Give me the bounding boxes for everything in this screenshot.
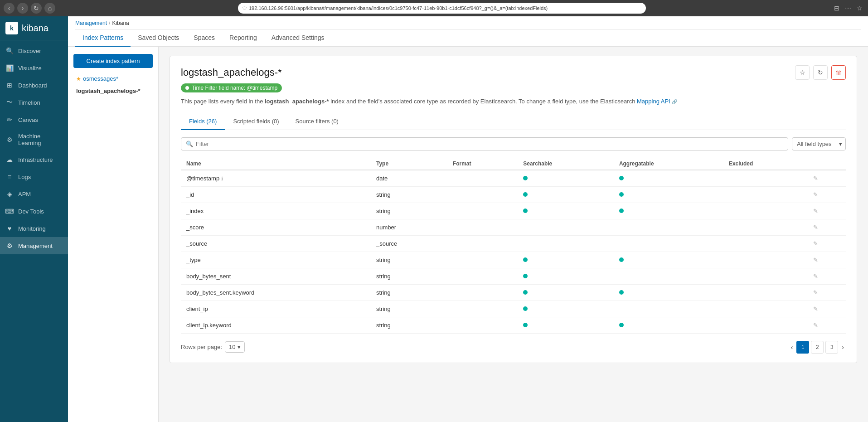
tab-source-filters[interactable]: Source filters (0) xyxy=(287,113,347,130)
table-row: body_bytes_sent string ✎ xyxy=(181,268,846,284)
delete-pattern-button[interactable]: 🗑 xyxy=(831,65,846,80)
aggregatable-dot xyxy=(619,192,624,197)
infra-icon: ☁ xyxy=(5,155,14,164)
nav-advanced-settings[interactable]: Advanced Settings xyxy=(264,29,332,47)
edit-field-icon[interactable]: ✎ xyxy=(813,191,818,198)
filter-input[interactable] xyxy=(196,141,783,147)
rows-per-page-select[interactable]: 10 ▾ xyxy=(225,341,244,353)
nav-saved-objects[interactable]: Saved Objects xyxy=(131,29,186,47)
field-format xyxy=(447,170,518,187)
index-title: logstash_apachelogs-* xyxy=(181,67,282,78)
nav-spaces[interactable]: Spaces xyxy=(186,29,222,47)
back-button[interactable]: ‹ xyxy=(4,3,15,14)
field-edit[interactable]: ✎ xyxy=(808,235,846,252)
field-edit[interactable]: ✎ xyxy=(808,252,846,268)
home-button[interactable]: ⌂ xyxy=(44,3,55,14)
edit-field-icon[interactable]: ✎ xyxy=(813,240,818,247)
nav-reporting[interactable]: Reporting xyxy=(222,29,264,47)
sidebar-item-monitoring[interactable]: ♥ Monitoring xyxy=(0,220,68,237)
nav-index-patterns[interactable]: Index Patterns xyxy=(75,29,131,47)
aggregatable-dot xyxy=(619,257,624,262)
reload-button[interactable]: ↻ xyxy=(31,3,42,14)
mapping-api-link[interactable]: Mapping API xyxy=(637,98,670,105)
field-edit[interactable]: ✎ xyxy=(808,284,846,301)
sidebar-item-devtools[interactable]: ⌨ Dev Tools xyxy=(0,203,68,220)
sidebar-item-apm[interactable]: ◈ APM xyxy=(0,185,68,203)
sidebar-item-dashboard[interactable]: ⊞ Dashboard xyxy=(0,77,68,94)
canvas-label: Canvas xyxy=(18,116,38,123)
field-name: _score xyxy=(181,219,371,235)
field-aggregatable xyxy=(614,252,723,268)
star-pattern-button[interactable]: ☆ xyxy=(795,65,810,80)
field-type-select[interactable]: All field types xyxy=(792,137,846,150)
next-page-button[interactable]: › xyxy=(840,342,846,353)
qr-icon[interactable]: ⊟ xyxy=(832,4,841,13)
field-name: _source xyxy=(181,235,371,252)
refresh-pattern-button[interactable]: ↻ xyxy=(813,65,828,80)
logstash-label: logstash_apachelogs-* xyxy=(76,87,141,94)
address-bar[interactable]: 🛡 192.168.126.96:5601/app/kibana#/manage… xyxy=(238,3,646,14)
field-edit[interactable]: ✎ xyxy=(808,317,846,333)
aggregatable-dot xyxy=(619,176,624,180)
field-edit[interactable]: ✎ xyxy=(808,203,846,219)
edit-field-icon[interactable]: ✎ xyxy=(813,289,818,296)
edit-field-icon[interactable]: ✎ xyxy=(813,322,818,329)
prev-page-button[interactable]: ‹ xyxy=(789,342,795,353)
edit-field-icon[interactable]: ✎ xyxy=(813,208,818,214)
pattern-item-logstash[interactable]: logstash_apachelogs-* xyxy=(73,86,153,96)
field-edit[interactable]: ✎ xyxy=(808,219,846,235)
menu-icon[interactable]: ⋯ xyxy=(843,4,853,13)
timelion-label: Timelion xyxy=(18,99,40,106)
sidebar-item-discover[interactable]: 🔍 Discover xyxy=(0,42,68,59)
forward-button[interactable]: › xyxy=(17,3,28,14)
visualize-icon: 📊 xyxy=(5,64,14,72)
page-3-button[interactable]: 3 xyxy=(825,341,838,354)
field-name: _id xyxy=(181,186,371,203)
field-edit[interactable]: ✎ xyxy=(808,186,846,203)
edit-field-icon[interactable]: ✎ xyxy=(813,273,818,280)
sidebar-item-visualize[interactable]: 📊 Visualize xyxy=(0,59,68,77)
sidebar-item-logs[interactable]: ≡ Logs xyxy=(0,168,68,185)
sidebar-item-canvas[interactable]: ✏ Canvas xyxy=(0,111,68,128)
tab-fields[interactable]: Fields (26) xyxy=(181,113,225,130)
searchable-dot xyxy=(523,257,528,262)
col-actions xyxy=(808,158,846,170)
breadcrumb-management[interactable]: Management xyxy=(75,20,107,26)
sidebar-item-infrastructure[interactable]: ☁ Infrastructure xyxy=(0,151,68,168)
sidebar-item-ml[interactable]: ⚙ Machine Learning xyxy=(0,128,68,151)
page-2-button[interactable]: 2 xyxy=(811,341,824,354)
create-index-pattern-button[interactable]: Create index pattern xyxy=(73,54,153,68)
edit-field-icon[interactable]: ✎ xyxy=(813,306,818,312)
searchable-dot xyxy=(523,274,528,278)
filter-input-wrap[interactable]: 🔍 xyxy=(181,137,788,150)
field-excluded xyxy=(723,317,808,333)
sidebar-item-management[interactable]: ⚙ Management xyxy=(0,237,68,254)
pattern-item-osmessages[interactable]: ★ osmessages* xyxy=(73,73,153,84)
info-icon[interactable]: ℹ xyxy=(221,176,223,181)
bookmark-icon[interactable]: ☆ xyxy=(855,4,864,13)
field-format xyxy=(447,203,518,219)
page-1-button[interactable]: 1 xyxy=(796,341,809,354)
col-searchable: Searchable xyxy=(518,158,614,170)
ml-label: Machine Learning xyxy=(18,133,63,146)
tab-scripted-fields[interactable]: Scripted fields (0) xyxy=(225,113,287,130)
col-type: Type xyxy=(371,158,447,170)
star-icon-osmessages: ★ xyxy=(76,76,81,82)
top-bar: Management / Kibana Index Patterns Saved… xyxy=(68,16,868,47)
field-excluded xyxy=(723,219,808,235)
field-edit[interactable]: ✎ xyxy=(808,301,846,317)
edit-field-icon[interactable]: ✎ xyxy=(813,224,818,231)
edit-field-icon[interactable]: ✎ xyxy=(813,175,818,182)
field-edit[interactable]: ✎ xyxy=(808,170,846,187)
table-row: client_ip string ✎ xyxy=(181,301,846,317)
field-edit[interactable]: ✎ xyxy=(808,268,846,284)
dashboard-label: Dashboard xyxy=(18,82,47,89)
index-header: logstash_apachelogs-* ☆ ↻ 🗑 xyxy=(181,65,846,80)
edit-field-icon[interactable]: ✎ xyxy=(813,257,818,263)
field-aggregatable xyxy=(614,186,723,203)
field-type: string xyxy=(371,252,447,268)
sidebar-item-timelion[interactable]: 〜 Timelion xyxy=(0,94,68,111)
browser-chrome: ‹ › ↻ ⌂ 🛡 192.168.126.96:5601/app/kibana… xyxy=(0,0,868,16)
field-format xyxy=(447,284,518,301)
field-aggregatable xyxy=(614,203,723,219)
